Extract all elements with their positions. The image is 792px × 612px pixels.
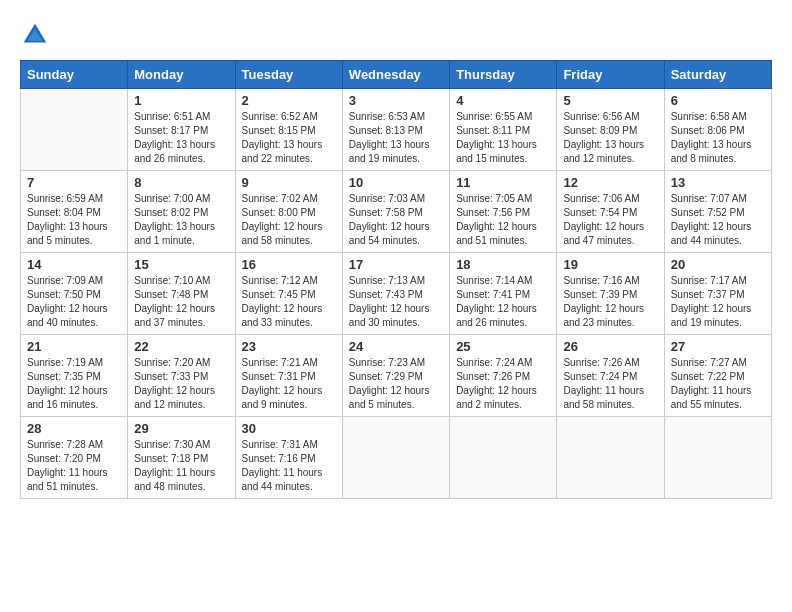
day-info: Sunrise: 7:31 AM Sunset: 7:16 PM Dayligh… [242,438,336,494]
day-info: Sunrise: 7:27 AM Sunset: 7:22 PM Dayligh… [671,356,765,412]
calendar-cell: 19Sunrise: 7:16 AM Sunset: 7:39 PM Dayli… [557,253,664,335]
day-info: Sunrise: 7:05 AM Sunset: 7:56 PM Dayligh… [456,192,550,248]
day-info: Sunrise: 7:00 AM Sunset: 8:02 PM Dayligh… [134,192,228,248]
day-info: Sunrise: 7:28 AM Sunset: 7:20 PM Dayligh… [27,438,121,494]
day-number: 2 [242,93,336,108]
calendar-cell: 9Sunrise: 7:02 AM Sunset: 8:00 PM Daylig… [235,171,342,253]
calendar-cell: 11Sunrise: 7:05 AM Sunset: 7:56 PM Dayli… [450,171,557,253]
day-info: Sunrise: 7:12 AM Sunset: 7:45 PM Dayligh… [242,274,336,330]
week-row-1: 1Sunrise: 6:51 AM Sunset: 8:17 PM Daylig… [21,89,772,171]
day-number: 16 [242,257,336,272]
day-number: 24 [349,339,443,354]
day-number: 1 [134,93,228,108]
day-number: 8 [134,175,228,190]
day-number: 22 [134,339,228,354]
day-info: Sunrise: 7:14 AM Sunset: 7:41 PM Dayligh… [456,274,550,330]
calendar-cell [342,417,449,499]
calendar-cell: 12Sunrise: 7:06 AM Sunset: 7:54 PM Dayli… [557,171,664,253]
logo [20,20,54,50]
calendar-cell: 16Sunrise: 7:12 AM Sunset: 7:45 PM Dayli… [235,253,342,335]
calendar-cell: 7Sunrise: 6:59 AM Sunset: 8:04 PM Daylig… [21,171,128,253]
day-info: Sunrise: 6:51 AM Sunset: 8:17 PM Dayligh… [134,110,228,166]
calendar-cell: 22Sunrise: 7:20 AM Sunset: 7:33 PM Dayli… [128,335,235,417]
calendar-cell [450,417,557,499]
day-number: 9 [242,175,336,190]
day-info: Sunrise: 6:56 AM Sunset: 8:09 PM Dayligh… [563,110,657,166]
day-info: Sunrise: 7:21 AM Sunset: 7:31 PM Dayligh… [242,356,336,412]
day-number: 6 [671,93,765,108]
calendar-cell: 8Sunrise: 7:00 AM Sunset: 8:02 PM Daylig… [128,171,235,253]
calendar-cell [664,417,771,499]
day-info: Sunrise: 7:20 AM Sunset: 7:33 PM Dayligh… [134,356,228,412]
day-number: 15 [134,257,228,272]
calendar-cell: 14Sunrise: 7:09 AM Sunset: 7:50 PM Dayli… [21,253,128,335]
day-info: Sunrise: 7:07 AM Sunset: 7:52 PM Dayligh… [671,192,765,248]
day-number: 13 [671,175,765,190]
day-header-saturday: Saturday [664,61,771,89]
calendar-cell: 10Sunrise: 7:03 AM Sunset: 7:58 PM Dayli… [342,171,449,253]
day-number: 25 [456,339,550,354]
day-header-thursday: Thursday [450,61,557,89]
calendar-cell: 24Sunrise: 7:23 AM Sunset: 7:29 PM Dayli… [342,335,449,417]
day-info: Sunrise: 6:53 AM Sunset: 8:13 PM Dayligh… [349,110,443,166]
week-row-3: 14Sunrise: 7:09 AM Sunset: 7:50 PM Dayli… [21,253,772,335]
day-info: Sunrise: 7:16 AM Sunset: 7:39 PM Dayligh… [563,274,657,330]
day-info: Sunrise: 6:58 AM Sunset: 8:06 PM Dayligh… [671,110,765,166]
calendar-cell: 25Sunrise: 7:24 AM Sunset: 7:26 PM Dayli… [450,335,557,417]
day-number: 30 [242,421,336,436]
day-number: 29 [134,421,228,436]
day-info: Sunrise: 7:23 AM Sunset: 7:29 PM Dayligh… [349,356,443,412]
day-info: Sunrise: 6:59 AM Sunset: 8:04 PM Dayligh… [27,192,121,248]
day-header-wednesday: Wednesday [342,61,449,89]
day-info: Sunrise: 7:30 AM Sunset: 7:18 PM Dayligh… [134,438,228,494]
day-number: 4 [456,93,550,108]
calendar-cell: 28Sunrise: 7:28 AM Sunset: 7:20 PM Dayli… [21,417,128,499]
day-number: 26 [563,339,657,354]
calendar-cell: 2Sunrise: 6:52 AM Sunset: 8:15 PM Daylig… [235,89,342,171]
day-info: Sunrise: 7:13 AM Sunset: 7:43 PM Dayligh… [349,274,443,330]
calendar-cell: 18Sunrise: 7:14 AM Sunset: 7:41 PM Dayli… [450,253,557,335]
calendar-cell: 29Sunrise: 7:30 AM Sunset: 7:18 PM Dayli… [128,417,235,499]
calendar-cell: 1Sunrise: 6:51 AM Sunset: 8:17 PM Daylig… [128,89,235,171]
calendar-cell: 5Sunrise: 6:56 AM Sunset: 8:09 PM Daylig… [557,89,664,171]
day-number: 21 [27,339,121,354]
day-info: Sunrise: 6:52 AM Sunset: 8:15 PM Dayligh… [242,110,336,166]
week-row-4: 21Sunrise: 7:19 AM Sunset: 7:35 PM Dayli… [21,335,772,417]
day-number: 3 [349,93,443,108]
day-info: Sunrise: 7:19 AM Sunset: 7:35 PM Dayligh… [27,356,121,412]
day-number: 5 [563,93,657,108]
week-row-2: 7Sunrise: 6:59 AM Sunset: 8:04 PM Daylig… [21,171,772,253]
day-info: Sunrise: 7:17 AM Sunset: 7:37 PM Dayligh… [671,274,765,330]
day-header-sunday: Sunday [21,61,128,89]
calendar-cell: 17Sunrise: 7:13 AM Sunset: 7:43 PM Dayli… [342,253,449,335]
calendar-cell [21,89,128,171]
day-number: 12 [563,175,657,190]
calendar-cell: 3Sunrise: 6:53 AM Sunset: 8:13 PM Daylig… [342,89,449,171]
day-number: 18 [456,257,550,272]
day-info: Sunrise: 7:09 AM Sunset: 7:50 PM Dayligh… [27,274,121,330]
day-number: 28 [27,421,121,436]
day-header-monday: Monday [128,61,235,89]
day-header-tuesday: Tuesday [235,61,342,89]
day-info: Sunrise: 7:10 AM Sunset: 7:48 PM Dayligh… [134,274,228,330]
day-number: 14 [27,257,121,272]
day-info: Sunrise: 6:55 AM Sunset: 8:11 PM Dayligh… [456,110,550,166]
day-info: Sunrise: 7:24 AM Sunset: 7:26 PM Dayligh… [456,356,550,412]
day-number: 19 [563,257,657,272]
calendar-cell: 27Sunrise: 7:27 AM Sunset: 7:22 PM Dayli… [664,335,771,417]
week-row-5: 28Sunrise: 7:28 AM Sunset: 7:20 PM Dayli… [21,417,772,499]
page-header [20,20,772,50]
calendar-cell: 26Sunrise: 7:26 AM Sunset: 7:24 PM Dayli… [557,335,664,417]
calendar-cell: 30Sunrise: 7:31 AM Sunset: 7:16 PM Dayli… [235,417,342,499]
calendar-cell: 15Sunrise: 7:10 AM Sunset: 7:48 PM Dayli… [128,253,235,335]
day-number: 27 [671,339,765,354]
header-row: SundayMondayTuesdayWednesdayThursdayFrid… [21,61,772,89]
day-number: 17 [349,257,443,272]
calendar-cell: 4Sunrise: 6:55 AM Sunset: 8:11 PM Daylig… [450,89,557,171]
day-info: Sunrise: 7:06 AM Sunset: 7:54 PM Dayligh… [563,192,657,248]
day-number: 10 [349,175,443,190]
calendar-cell: 21Sunrise: 7:19 AM Sunset: 7:35 PM Dayli… [21,335,128,417]
day-number: 11 [456,175,550,190]
calendar-cell: 23Sunrise: 7:21 AM Sunset: 7:31 PM Dayli… [235,335,342,417]
calendar-cell: 13Sunrise: 7:07 AM Sunset: 7:52 PM Dayli… [664,171,771,253]
